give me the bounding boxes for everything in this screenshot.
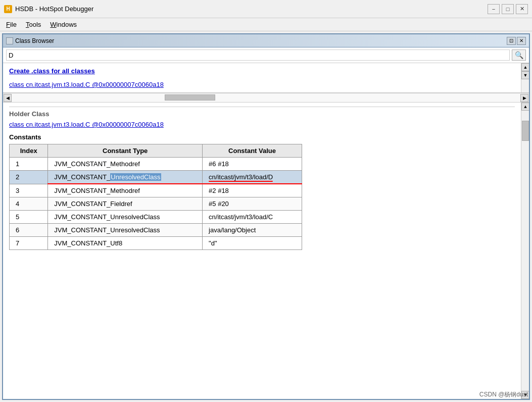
panel-header-left: Class Browser xyxy=(6,37,54,44)
cell-index: 6 xyxy=(10,224,48,237)
table-row: 4JVM_CONSTANT_Fieldref#5 #20 xyxy=(10,197,302,211)
menu-windows[interactable]: Windows xyxy=(46,20,81,29)
table-row: 3JVM_CONSTANT_Methodref#2 #18 xyxy=(10,184,302,197)
cell-index: 5 xyxy=(10,211,48,224)
table-row: 7JVM_CONSTANT_Utf8"d" xyxy=(10,237,302,250)
cell-type: JVM_CONSTANT_Utf8 xyxy=(48,237,203,250)
h-scroll-left-btn[interactable]: ◀ xyxy=(4,94,12,102)
lower-section: Holder Class class cn.itcast.jvm.t3.load… xyxy=(3,103,529,399)
upper-scroll-up[interactable]: ▲ xyxy=(521,63,529,71)
class-browser-panel: Class Browser ⊡ ✕ 🔍 Create .class for al… xyxy=(2,33,530,400)
cell-type: JVM_CONSTANT_UnresolvedClass xyxy=(48,171,203,184)
panel-title: Class Browser xyxy=(15,37,54,44)
window-controls: − □ ✕ xyxy=(488,4,528,14)
cell-type: JVM_CONSTANT_UnresolvedClass xyxy=(48,224,203,237)
cell-type: JVM_CONSTANT_Methodref xyxy=(48,184,203,197)
cell-index: 4 xyxy=(10,197,48,211)
cell-value: cn/itcast/jvm/t3/load/D xyxy=(203,171,302,184)
cell-value: #6 #18 xyxy=(203,158,302,171)
table-row: 6JVM_CONSTANT_UnresolvedClassjava/lang/O… xyxy=(10,224,302,237)
upper-class-link[interactable]: class cn.itcast.jvm.t3.load.C @0x0000000… xyxy=(9,81,164,88)
lower-scroll-up[interactable]: ▲ xyxy=(521,103,529,111)
panel-icon xyxy=(6,37,13,44)
cell-value: "d" xyxy=(203,237,302,250)
table-header-row: Index Constant Type Constant Value xyxy=(10,144,302,158)
create-class-link[interactable]: Create .class for all classes xyxy=(9,67,95,75)
menu-tools[interactable]: Tools xyxy=(22,20,45,29)
window-title: HSDB - HotSpot Debugger xyxy=(15,5,93,13)
cell-index: 2 xyxy=(10,171,48,184)
cell-value: cn/itcast/jvm/t3/load/C xyxy=(203,211,302,224)
cell-index: 3 xyxy=(10,184,48,197)
holder-class-link[interactable]: class cn.itcast.jvm.t3.load.C @0x0000000… xyxy=(9,121,164,128)
cell-value: java/lang/Object xyxy=(203,224,302,237)
panel-header: Class Browser ⊡ ✕ xyxy=(3,34,529,47)
search-bar: 🔍 xyxy=(3,47,529,63)
upper-section: Create .class for all classes class cn.i… xyxy=(3,63,529,93)
col-header-value: Constant Value xyxy=(203,144,302,158)
h-scroll-thumb[interactable] xyxy=(165,94,215,100)
cell-type: JVM_CONSTANT_Fieldref xyxy=(48,197,203,211)
title-bar-left: H HSDB - HotSpot Debugger xyxy=(4,5,93,13)
h-scroll-track xyxy=(12,93,520,102)
title-bar: H HSDB - HotSpot Debugger − □ ✕ xyxy=(0,0,532,18)
table-row: 2JVM_CONSTANT_UnresolvedClasscn/itcast/j… xyxy=(10,171,302,184)
panel-header-right: ⊡ ✕ xyxy=(507,37,526,45)
h-scroll-container: ◀ ▶ xyxy=(3,93,529,103)
search-button[interactable]: 🔍 xyxy=(512,49,526,61)
constants-table: Index Constant Type Constant Value 1JVM_… xyxy=(9,144,302,250)
menu-bar: File Tools Windows xyxy=(0,18,532,31)
main-content: Class Browser ⊡ ✕ 🔍 Create .class for al… xyxy=(0,31,532,402)
close-button[interactable]: ✕ xyxy=(516,4,528,14)
lower-scrollbar: ▲ ▼ xyxy=(521,103,529,399)
upper-scroll-down[interactable]: ▼ xyxy=(521,71,529,79)
cell-index: 7 xyxy=(10,237,48,250)
upper-scrollbar: ▲ ▼ xyxy=(521,63,529,92)
panel-restore-button[interactable]: ⊡ xyxy=(507,37,516,45)
maximize-button[interactable]: □ xyxy=(502,4,514,14)
lower-content-inner: Holder Class class cn.itcast.jvm.t3.load… xyxy=(3,103,521,399)
cell-type: JVM_CONSTANT_Methodref xyxy=(48,158,203,171)
constants-section: Constants Index Constant Type Constant V… xyxy=(9,133,515,250)
cell-index: 1 xyxy=(10,158,48,171)
menu-file[interactable]: File xyxy=(2,20,21,29)
cell-type: JVM_CONSTANT_UnresolvedClass xyxy=(48,211,203,224)
holder-class-header: Holder Class xyxy=(9,107,515,118)
constants-title: Constants xyxy=(9,133,515,141)
lower-scroll-track xyxy=(521,111,529,391)
watermark: CSDN @杨钢dust xyxy=(479,390,528,399)
table-row: 5JVM_CONSTANT_UnresolvedClasscn/itcast/j… xyxy=(10,211,302,224)
app-icon-letter: H xyxy=(6,6,10,12)
col-header-type: Constant Type xyxy=(48,144,203,158)
minimize-button[interactable]: − xyxy=(488,4,500,14)
app-icon: H xyxy=(4,5,12,13)
search-input[interactable] xyxy=(6,49,510,61)
panel-close-button[interactable]: ✕ xyxy=(517,37,526,45)
h-scroll-right-btn[interactable]: ▶ xyxy=(520,94,528,102)
panel-main: Create .class for all classes class cn.i… xyxy=(3,63,529,399)
upper-content-inner: Create .class for all classes class cn.i… xyxy=(3,63,521,92)
col-header-index: Index xyxy=(10,144,48,158)
panel-body: Create .class for all classes class cn.i… xyxy=(3,63,529,399)
table-row: 1JVM_CONSTANT_Methodref#6 #18 xyxy=(10,158,302,171)
cell-value: #2 #18 xyxy=(203,184,302,197)
cell-value: #5 #20 xyxy=(203,197,302,211)
lower-scroll-thumb[interactable] xyxy=(522,121,529,141)
